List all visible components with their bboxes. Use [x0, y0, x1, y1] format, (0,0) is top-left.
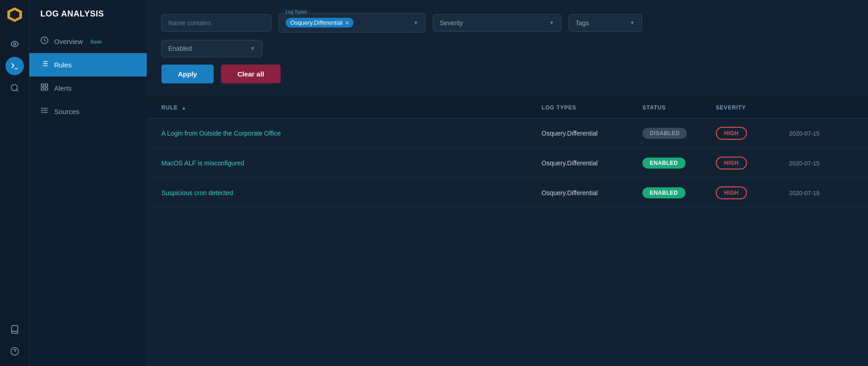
sidebar-item-sources[interactable]: Sources [29, 100, 147, 123]
status-cell: DISABLED [642, 128, 716, 139]
column-rule-label: RULE [161, 104, 178, 111]
date-cell: 2020-07-15 [789, 160, 853, 167]
status-badge: DISABLED [642, 128, 687, 139]
sidebar-icon-help[interactable] [6, 342, 24, 361]
status-badge: ENABLED [642, 187, 686, 198]
date-cell: 2020-07-15 [789, 190, 853, 197]
sidebar-icon-eye[interactable] [6, 35, 24, 53]
severity-badge: HIGH [716, 127, 747, 140]
date-cell: 2020-07-15 [789, 130, 853, 137]
name-filter-input[interactable] [161, 14, 271, 32]
severity-cell: HIGH [716, 127, 789, 140]
log-types-content: Osquery.Differential × [286, 18, 409, 27]
sidebar-label-rules: Rules [54, 61, 72, 69]
sidebar-item-rules[interactable]: Rules [29, 53, 147, 76]
sidebar-item-alerts[interactable]: Alerts [29, 76, 147, 100]
severity-cell: HIGH [716, 186, 789, 199]
severity-placeholder: Severity [440, 19, 463, 27]
sidebar-label-alerts: Alerts [54, 84, 72, 92]
status-arrow-icon: ▼ [250, 45, 255, 52]
sidebar: LOG ANALYSIS Overview Soon Rules [29, 0, 147, 366]
status-content: Enabled [168, 45, 246, 52]
svg-rect-15 [41, 84, 44, 86]
tags-placeholder: Tags [575, 19, 589, 27]
rule-name-link[interactable]: A Login from Outside the Corporate Offic… [161, 130, 281, 137]
tags-dropdown[interactable]: Tags ▼ [569, 14, 642, 32]
sources-icon [40, 106, 49, 117]
rule-name-cell: Suspicious cron detected [161, 189, 542, 197]
clear-all-button[interactable]: Clear all [221, 65, 281, 83]
rules-icon [40, 60, 49, 70]
log-type-cell: Osquery.Differential [542, 159, 642, 167]
column-log-types: LOG TYPES [542, 104, 642, 111]
filter-actions: Apply Clear all [161, 65, 853, 83]
sidebar-item-overview[interactable]: Overview Soon [29, 30, 147, 53]
column-date [789, 104, 853, 111]
svg-rect-17 [45, 88, 48, 90]
filter-row-2: Enabled ▼ [161, 40, 853, 57]
sort-icon: ▲ [182, 105, 187, 110]
svg-point-4 [11, 85, 17, 91]
rule-name-link[interactable]: MacOS ALF is misconfigured [161, 159, 244, 167]
severity-cell: HIGH [716, 157, 789, 169]
filter-row-1: Log Types Osquery.Differential × ▼ Sever… [161, 13, 853, 33]
sidebar-label-overview: Overview [54, 38, 83, 45]
svg-line-5 [16, 90, 18, 92]
log-type-chip: Osquery.Differential × [286, 18, 354, 27]
severity-content: Severity [440, 19, 545, 27]
app-logo[interactable] [6, 5, 24, 24]
sidebar-icon-book[interactable] [6, 320, 24, 339]
status-value: Enabled [168, 45, 192, 52]
chip-close-button[interactable]: × [345, 20, 349, 26]
table-row: A Login from Outside the Corporate Offic… [147, 119, 868, 148]
severity-badge: HIGH [716, 186, 747, 199]
sidebar-label-sources: Sources [54, 108, 79, 115]
log-type-cell: Osquery.Differential [542, 130, 642, 137]
filter-section: Log Types Osquery.Differential × ▼ Sever… [147, 0, 868, 97]
column-severity: SEVERITY [716, 104, 789, 111]
tags-content: Tags [575, 19, 626, 27]
sidebar-title: LOG ANALYSIS [29, 9, 147, 30]
table-row: MacOS ALF is misconfigured Osquery.Diffe… [147, 148, 868, 178]
svg-rect-18 [41, 88, 44, 90]
status-cell: ENABLED [642, 187, 716, 198]
chip-label: Osquery.Differential [290, 19, 343, 26]
table-header: RULE ▲ LOG TYPES STATUS SEVERITY [147, 97, 868, 119]
alerts-icon [40, 83, 49, 93]
table-row: Suspicious cron detected Osquery.Differe… [147, 178, 868, 208]
icon-bar [0, 0, 29, 366]
sidebar-soon-badge: Soon [90, 39, 102, 44]
table-section: RULE ▲ LOG TYPES STATUS SEVERITY A Login… [147, 97, 868, 366]
sidebar-icon-search[interactable] [6, 79, 24, 97]
log-type-cell: Osquery.Differential [542, 189, 642, 197]
log-types-dropdown[interactable]: Log Types Osquery.Differential × ▼ [279, 13, 426, 33]
rule-name-cell: MacOS ALF is misconfigured [161, 159, 542, 167]
overview-icon [40, 36, 49, 47]
log-types-label: Log Types [284, 10, 309, 15]
apply-button[interactable]: Apply [161, 65, 214, 83]
svg-rect-16 [45, 84, 48, 86]
status-cell: ENABLED [642, 158, 716, 169]
rule-name-link[interactable]: Suspicious cron detected [161, 189, 233, 197]
sidebar-icon-terminal[interactable] [6, 57, 24, 75]
column-status: STATUS [642, 104, 716, 111]
severity-dropdown[interactable]: Severity ▼ [433, 14, 561, 32]
tags-arrow-icon: ▼ [630, 20, 635, 26]
rule-name-cell: A Login from Outside the Corporate Offic… [161, 129, 542, 137]
status-dropdown[interactable]: Enabled ▼ [161, 40, 262, 57]
log-types-arrow-icon: ▼ [413, 20, 419, 26]
severity-arrow-icon: ▼ [549, 20, 554, 26]
severity-badge: HIGH [716, 157, 747, 169]
svg-point-2 [13, 43, 16, 45]
column-rule[interactable]: RULE ▲ [161, 104, 542, 111]
table-body: A Login from Outside the Corporate Offic… [147, 119, 868, 208]
main-content: Log Types Osquery.Differential × ▼ Sever… [147, 0, 868, 366]
status-badge: ENABLED [642, 158, 686, 169]
